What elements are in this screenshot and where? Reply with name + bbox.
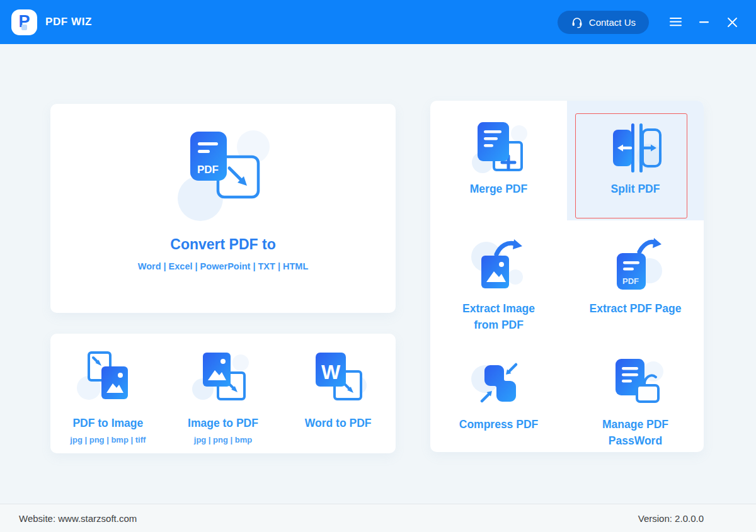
hamburger-icon bbox=[670, 18, 682, 26]
statusbar: Website: www.starzsoft.com Version: 2.0.… bbox=[0, 504, 756, 532]
pdf-to-image-label: PDF to Image bbox=[72, 415, 143, 431]
extract-image-icon bbox=[467, 238, 530, 298]
convert-pdf-icon: PDF bbox=[173, 127, 273, 222]
extract-pdf-page-icon: PDF bbox=[604, 238, 667, 298]
close-button[interactable] bbox=[726, 16, 738, 28]
headset-icon bbox=[571, 16, 583, 28]
titlebar: P PDF WIZ Contact Us bbox=[0, 0, 756, 44]
website-text: Website: www.starzsoft.com bbox=[19, 513, 137, 524]
contact-us-button[interactable]: Contact Us bbox=[558, 11, 649, 34]
svg-text:PDF: PDF bbox=[622, 276, 639, 286]
quick-tools-card: PDF to Image jpg | png | bmp | tiff Imag… bbox=[50, 334, 396, 453]
image-to-pdf-item[interactable]: Image to PDF jpg | png | bmp bbox=[166, 334, 281, 453]
extract-page-item[interactable]: PDF Extract PDF Page bbox=[567, 220, 704, 336]
svg-text:W: W bbox=[321, 361, 341, 383]
merge-pdf-item[interactable]: Merge PDF bbox=[430, 101, 567, 220]
menu-button[interactable] bbox=[669, 16, 682, 28]
word-to-pdf-item[interactable]: W Word to PDF bbox=[280, 334, 396, 453]
merge-pdf-label: Merge PDF bbox=[470, 181, 527, 197]
compress-pdf-icon bbox=[467, 354, 530, 414]
manage-password-item[interactable]: Manage PDF PassWord bbox=[567, 336, 704, 452]
pdf-to-image-icon bbox=[76, 349, 139, 409]
contact-us-label: Contact Us bbox=[589, 17, 636, 28]
tools-grid-card: Merge PDF Split PDF Extract Image from P… bbox=[430, 101, 704, 452]
svg-text:PDF: PDF bbox=[197, 164, 219, 176]
minimize-icon bbox=[699, 21, 709, 23]
image-to-pdf-label: Image to PDF bbox=[188, 415, 258, 431]
extract-page-label: Extract PDF Page bbox=[590, 300, 682, 317]
manage-password-label: Manage PDF PassWord bbox=[594, 416, 677, 449]
split-pdf-item[interactable]: Split PDF bbox=[567, 101, 704, 220]
extract-image-item[interactable]: Extract Image from PDF bbox=[430, 220, 567, 336]
convert-pdf-formats: Word | Excel | PowerPoint | TXT | HTML bbox=[138, 261, 309, 271]
close-icon bbox=[728, 18, 737, 27]
compress-pdf-item[interactable]: Compress PDF bbox=[430, 336, 567, 452]
image-to-pdf-icon bbox=[192, 349, 255, 409]
merge-pdf-icon bbox=[467, 118, 530, 178]
manage-pdf-password-icon bbox=[604, 354, 667, 414]
pdf-to-image-item[interactable]: PDF to Image jpg | png | bmp | tiff bbox=[50, 334, 166, 453]
version-text: Version: 2.0.0.0 bbox=[638, 513, 704, 524]
convert-pdf-card[interactable]: PDF Convert PDF to Word | Excel | PowerP… bbox=[50, 104, 396, 313]
split-pdf-icon bbox=[604, 118, 667, 178]
app-logo-icon: P bbox=[11, 9, 37, 35]
image-to-pdf-formats: jpg | png | bmp bbox=[194, 435, 252, 444]
compress-pdf-label: Compress PDF bbox=[459, 416, 538, 433]
convert-pdf-title: Convert PDF to bbox=[170, 236, 275, 253]
minimize-button[interactable] bbox=[697, 16, 710, 28]
split-pdf-label: Split PDF bbox=[611, 181, 660, 197]
pdf-to-image-formats: jpg | png | bmp | tiff bbox=[70, 435, 146, 444]
extract-image-label: Extract Image from PDF bbox=[457, 300, 541, 333]
word-to-pdf-icon: W bbox=[307, 349, 370, 409]
app-title: PDF WIZ bbox=[45, 16, 92, 28]
word-to-pdf-label: Word to PDF bbox=[305, 415, 372, 431]
